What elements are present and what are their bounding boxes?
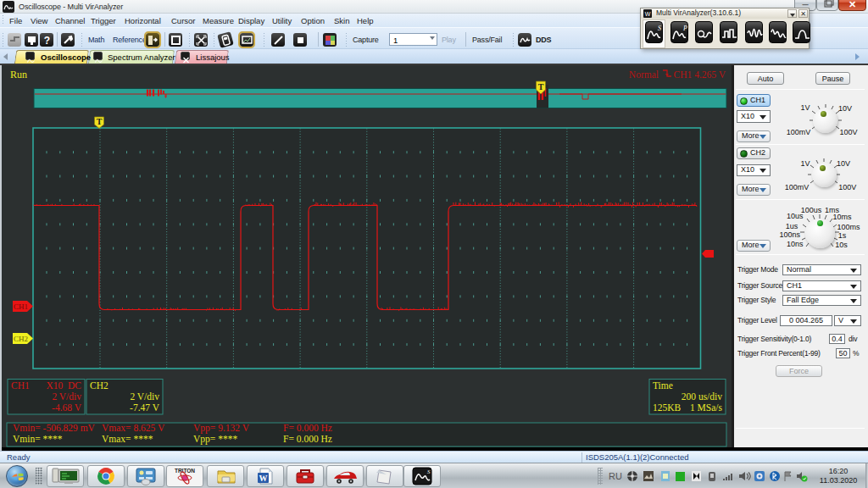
svg-text:Vmax= ****: Vmax= **** [102, 434, 153, 444]
svg-text:?: ? [44, 35, 50, 47]
svg-text:Vmin= -506.829 mV: Vmin= -506.829 mV [13, 423, 96, 433]
svg-text:125KB: 125KB [653, 402, 682, 413]
svg-text:1 MSa/s: 1 MSa/s [690, 402, 723, 413]
svg-text:Run: Run [10, 69, 27, 80]
svg-text:Vmin= ****: Vmin= **** [13, 434, 63, 444]
svg-text:F= 0.000 Hz: F= 0.000 Hz [283, 423, 332, 433]
svg-text:Vpp= ****: Vpp= **** [193, 434, 237, 445]
svg-text:X10 DC: X10 DC [46, 380, 81, 391]
svg-text:TRITON: TRITON [175, 468, 195, 474]
svg-text:T: T [97, 117, 103, 126]
svg-text:Vmax= 8.625 V: Vmax= 8.625 V [102, 423, 165, 433]
svg-text:CH1: CH1 [14, 302, 28, 311]
svg-text:T: T [538, 82, 544, 92]
svg-text:Vpp= 9.132 V: Vpp= 9.132 V [193, 423, 250, 434]
svg-text:S: S [427, 469, 431, 475]
svg-text:F= 0.000 Hz: F= 0.000 Hz [283, 434, 332, 444]
svg-text:CH1 4.265 V: CH1 4.265 V [674, 69, 726, 80]
svg-text:2 V/div: 2 V/div [52, 391, 81, 402]
svg-text:-4.68 V: -4.68 V [52, 402, 82, 413]
svg-text:2 V/div: 2 V/div [130, 391, 159, 402]
svg-text:200 us/div: 200 us/div [682, 391, 722, 402]
svg-text:S: S [658, 25, 661, 32]
svg-text:W: W [645, 11, 651, 17]
svg-text:CH1: CH1 [11, 380, 30, 391]
svg-text:Time: Time [653, 380, 673, 391]
svg-text:CH2: CH2 [90, 380, 108, 391]
svg-text:P: P [682, 25, 687, 32]
svg-text:-7.47 V: -7.47 V [130, 402, 160, 413]
svg-text:W: W [259, 474, 268, 483]
svg-text:Normal: Normal [629, 69, 659, 80]
svg-text:CH2: CH2 [14, 335, 28, 343]
